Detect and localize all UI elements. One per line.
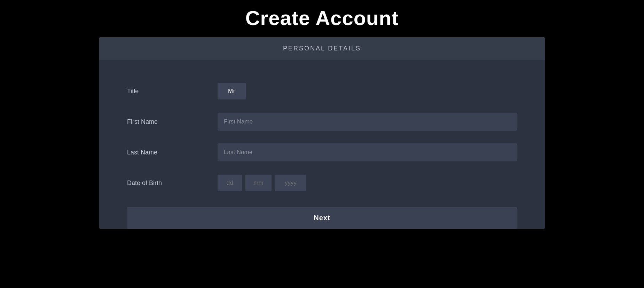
dob-month-input[interactable] <box>245 175 272 191</box>
next-button[interactable]: Next <box>127 207 517 229</box>
section-header: PERSONAL DETAILS <box>99 37 545 60</box>
last-name-row: Last Name <box>127 142 517 162</box>
last-name-label: Last Name <box>127 149 218 156</box>
first-name-row: First Name <box>127 112 517 132</box>
first-name-input[interactable] <box>218 113 517 131</box>
form-body: Title Mr First Name Last Name Date of Bi… <box>99 60 545 229</box>
title-label: Title <box>127 88 218 95</box>
first-name-label: First Name <box>127 118 218 126</box>
dob-label: Date of Birth <box>127 179 218 187</box>
last-name-input[interactable] <box>218 143 517 161</box>
form-container: PERSONAL DETAILS Title Mr First Name Las… <box>99 37 545 229</box>
dob-row: Date of Birth <box>127 173 517 193</box>
dob-container <box>218 175 306 191</box>
page-title: Create Account <box>245 0 399 37</box>
next-button-container: Next <box>127 203 517 229</box>
dob-year-input[interactable] <box>275 175 306 191</box>
dob-day-input[interactable] <box>218 175 242 191</box>
title-row: Title Mr <box>127 81 517 101</box>
title-button[interactable]: Mr <box>218 83 246 99</box>
section-header-text: PERSONAL DETAILS <box>283 45 361 52</box>
